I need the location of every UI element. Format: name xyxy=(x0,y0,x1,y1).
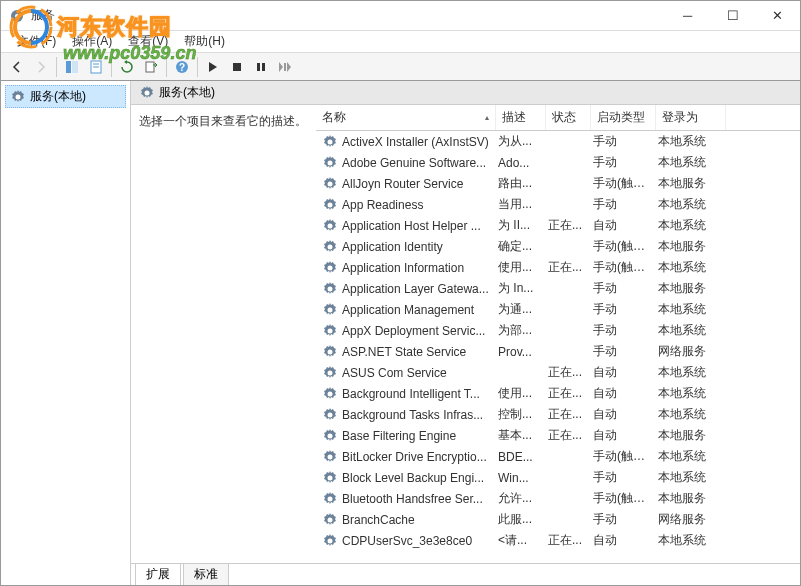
service-icon xyxy=(322,281,338,297)
service-row[interactable]: Application Management为通...手动本地系统 xyxy=(316,299,800,320)
svc-name: Application Information xyxy=(342,260,498,276)
svc-status xyxy=(548,351,593,353)
service-row[interactable]: Application Layer Gatewa...为 In...手动本地服务 xyxy=(316,278,800,299)
svc-startup: 手动 xyxy=(593,300,658,319)
svc-desc: 控制... xyxy=(498,405,548,424)
svg-point-32 xyxy=(328,454,333,459)
svc-desc: 基本... xyxy=(498,426,548,445)
service-row[interactable]: Base Filtering Engine基本...正在...自动本地服务 xyxy=(316,425,800,446)
svc-status xyxy=(548,204,593,206)
service-row[interactable]: Block Level Backup Engi...Win...手动本地系统 xyxy=(316,467,800,488)
svc-status xyxy=(548,477,593,479)
menu-help[interactable]: 帮助(H) xyxy=(176,31,233,52)
tab-standard[interactable]: 标准 xyxy=(183,563,229,585)
svc-desc: Ado... xyxy=(498,155,548,171)
svc-name: ASUS Com Service xyxy=(342,365,498,381)
service-row[interactable]: Bluetooth Handsfree Ser...允许...手动(触发...本… xyxy=(316,488,800,509)
svc-desc: 为部... xyxy=(498,321,548,340)
forward-button[interactable] xyxy=(30,56,52,78)
svc-status xyxy=(548,519,593,521)
pause-service-button[interactable] xyxy=(250,56,272,78)
tree-root-services[interactable]: 服务(本地) xyxy=(5,85,126,108)
service-row[interactable]: App Readiness当用...手动本地系统 xyxy=(316,194,800,215)
service-icon xyxy=(322,512,338,528)
svc-startup: 手动(触发... xyxy=(593,447,658,466)
service-row[interactable]: Background Tasks Infras...控制...正在...自动本地… xyxy=(316,404,800,425)
svc-logon: 本地服务 xyxy=(658,174,728,193)
stop-service-button[interactable] xyxy=(226,56,248,78)
svc-name: ActiveX Installer (AxInstSV) xyxy=(342,134,498,150)
svg-rect-14 xyxy=(284,63,286,71)
service-row[interactable]: ASP.NET State ServiceProv...手动网络服务 xyxy=(316,341,800,362)
svc-name: App Readiness xyxy=(342,197,498,213)
back-button[interactable] xyxy=(6,56,28,78)
list-columns: 名称▴ 描述 状态 启动类型 登录为 xyxy=(316,105,800,131)
service-icon xyxy=(322,176,338,192)
titlebar: 服务 ─ ☐ ✕ xyxy=(1,1,800,31)
svg-point-20 xyxy=(328,202,333,207)
help-button[interactable]: ? xyxy=(171,56,193,78)
service-icon xyxy=(322,260,338,276)
service-row[interactable]: Adobe Genuine Software...Ado...手动本地系统 xyxy=(316,152,800,173)
maximize-button[interactable]: ☐ xyxy=(710,1,755,31)
show-hide-tree-button[interactable] xyxy=(61,56,83,78)
svc-startup: 手动 xyxy=(593,153,658,172)
service-row[interactable]: BitLocker Drive Encryptio...BDE...手动(触发.… xyxy=(316,446,800,467)
service-icon xyxy=(322,407,338,423)
service-row[interactable]: Application Identity确定...手动(触发...本地服务 xyxy=(316,236,800,257)
services-list[interactable]: 名称▴ 描述 状态 启动类型 登录为 ActiveX Installer (Ax… xyxy=(316,105,800,563)
svc-startup: 手动(触发... xyxy=(593,174,658,193)
service-row[interactable]: AllJoyn Router Service路由...手动(触发...本地服务 xyxy=(316,173,800,194)
service-row[interactable]: Application Host Helper ...为 II...正在...自… xyxy=(316,215,800,236)
svc-logon: 本地系统 xyxy=(658,132,728,151)
svc-desc: Win... xyxy=(498,470,548,486)
svg-point-15 xyxy=(16,94,21,99)
svc-startup: 手动 xyxy=(593,468,658,487)
svg-point-34 xyxy=(328,496,333,501)
svg-point-31 xyxy=(328,433,333,438)
svc-name: BranchCache xyxy=(342,512,498,528)
service-row[interactable]: BranchCache此服...手动网络服务 xyxy=(316,509,800,530)
column-logon[interactable]: 登录为 xyxy=(656,105,726,130)
svc-desc: 为 In... xyxy=(498,279,548,298)
column-status[interactable]: 状态 xyxy=(546,105,591,130)
refresh-button[interactable] xyxy=(116,56,138,78)
service-row[interactable]: AppX Deployment Servic...为部...手动本地系统 xyxy=(316,320,800,341)
tab-extended[interactable]: 扩展 xyxy=(135,563,181,585)
export-button[interactable] xyxy=(140,56,162,78)
close-button[interactable]: ✕ xyxy=(755,1,800,31)
svc-desc: 此服... xyxy=(498,510,548,529)
svc-status xyxy=(548,309,593,311)
svc-desc: 为从... xyxy=(498,132,548,151)
restart-service-button[interactable] xyxy=(274,56,296,78)
column-description[interactable]: 描述 xyxy=(496,105,546,130)
menu-view[interactable]: 查看(V) xyxy=(120,31,176,52)
service-row[interactable]: CDPUserSvc_3e3e8ce0<请...正在...自动本地系统 xyxy=(316,530,800,551)
service-row[interactable]: ASUS Com Service正在...自动本地系统 xyxy=(316,362,800,383)
start-service-button[interactable] xyxy=(202,56,224,78)
menu-action[interactable]: 操作(A) xyxy=(64,31,120,52)
service-row[interactable]: ActiveX Installer (AxInstSV)为从...手动本地系统 xyxy=(316,131,800,152)
service-row[interactable]: Application Information使用...正在...手动(触发..… xyxy=(316,257,800,278)
menu-file[interactable]: 文件(F) xyxy=(9,31,64,52)
column-name[interactable]: 名称▴ xyxy=(316,105,496,130)
column-startup[interactable]: 启动类型 xyxy=(591,105,656,130)
svc-name: Application Layer Gatewa... xyxy=(342,281,498,297)
svc-startup: 手动(触发... xyxy=(593,237,658,256)
svg-point-21 xyxy=(328,223,333,228)
svg-point-33 xyxy=(328,475,333,480)
svc-startup: 手动 xyxy=(593,132,658,151)
service-row[interactable]: Background Intelligent T...使用...正在...自动本… xyxy=(316,383,800,404)
svg-rect-12 xyxy=(257,63,260,71)
minimize-button[interactable]: ─ xyxy=(665,1,710,31)
svc-name: Base Filtering Engine xyxy=(342,428,498,444)
gear-icon xyxy=(139,85,155,101)
svc-desc: 使用... xyxy=(498,384,548,403)
svc-logon: 本地系统 xyxy=(658,153,728,172)
properties-button[interactable] xyxy=(85,56,107,78)
service-icon xyxy=(322,344,338,360)
svc-name: Background Tasks Infras... xyxy=(342,407,498,423)
svc-status xyxy=(548,162,593,164)
sort-indicator-icon: ▴ xyxy=(485,113,489,122)
panel-title: 服务(本地) xyxy=(159,84,215,101)
